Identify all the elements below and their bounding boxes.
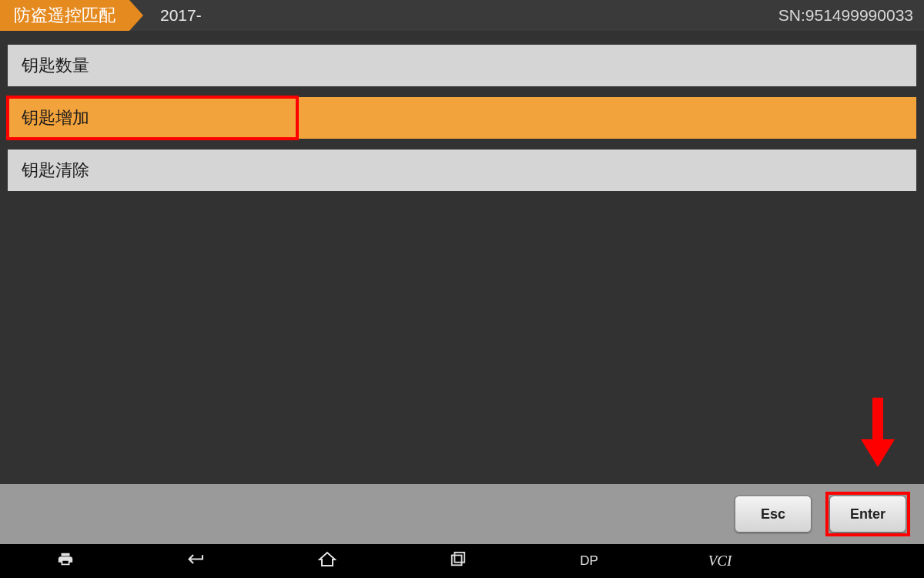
menu-item-label: 钥匙清除 — [22, 159, 89, 182]
system-navbar: DP VCI — [0, 544, 924, 578]
menu-list: 钥匙数量 钥匙增加 钥匙清除 — [0, 31, 924, 484]
menu-item-label: 钥匙增加 — [22, 106, 89, 129]
enter-button-wrap: Enter — [825, 492, 910, 536]
esc-button[interactable]: Esc — [735, 496, 812, 533]
nav-dp-button[interactable]: DP — [524, 544, 654, 578]
nav-home-button[interactable] — [262, 544, 393, 578]
header-title-text: 防盗遥控匹配 — [14, 4, 116, 27]
nav-back-button[interactable] — [131, 544, 262, 578]
back-arrow-icon — [187, 550, 206, 572]
breadcrumb: 2017- — [160, 6, 202, 25]
nav-dp-label: DP — [580, 553, 598, 569]
nav-vci-label: VCI — [708, 553, 732, 570]
footer-button-bar: Esc Enter — [0, 484, 924, 544]
nav-vci-button[interactable]: VCI — [654, 544, 785, 578]
recent-apps-icon — [450, 551, 467, 571]
enter-button[interactable]: Enter — [829, 496, 906, 533]
serial-number: SN:951499990033 — [778, 6, 913, 25]
menu-item-key-add[interactable]: 钥匙增加 — [8, 97, 916, 139]
nav-recent-button[interactable] — [393, 544, 524, 578]
menu-item-label: 钥匙数量 — [22, 54, 89, 77]
home-icon — [318, 550, 336, 572]
header-bar: 防盗遥控匹配 2017- SN:951499990033 — [0, 0, 924, 31]
nav-print-button[interactable] — [0, 544, 131, 578]
menu-item-key-clear[interactable]: 钥匙清除 — [8, 150, 916, 191]
svg-rect-2 — [452, 556, 462, 566]
printer-icon — [57, 551, 74, 571]
menu-item-key-count[interactable]: 钥匙数量 — [8, 45, 916, 86]
svg-rect-3 — [454, 553, 464, 563]
header-title: 防盗遥控匹配 — [0, 0, 129, 31]
